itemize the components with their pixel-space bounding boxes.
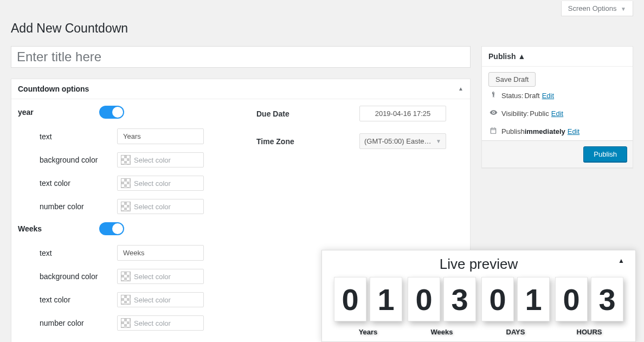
- year-text-input[interactable]: [117, 128, 204, 144]
- year-text-color-picker[interactable]: Select color: [117, 176, 204, 191]
- placeholder-text: Select color: [134, 273, 171, 281]
- checker-icon: [121, 202, 131, 211]
- collapse-preview-button[interactable]: ▲: [618, 257, 624, 264]
- due-date-input[interactable]: [359, 106, 446, 121]
- placeholder-text: Select color: [134, 179, 171, 188]
- digit-card: 1: [517, 277, 550, 321]
- eye-icon: [488, 108, 498, 118]
- weeks-toggle-label: Weeks: [18, 224, 99, 233]
- edit-schedule-link[interactable]: Edit: [568, 127, 579, 135]
- chevron-down-icon: ▼: [621, 6, 626, 12]
- edit-status-link[interactable]: Edit: [542, 92, 554, 100]
- save-draft-button[interactable]: Save Draft: [488, 72, 536, 87]
- digit-card: 0: [408, 277, 440, 321]
- visibility-prefix: Visibility:: [501, 109, 529, 118]
- timezone-select[interactable]: (GMT-05:00) Eastern ... ▼: [359, 133, 446, 149]
- placeholder-text: Select color: [134, 156, 171, 164]
- panel-title-text: Countdown options: [18, 85, 89, 93]
- weeks-bg-label: background color: [40, 272, 117, 281]
- checker-icon: [121, 178, 131, 188]
- chevron-down-icon: ▼: [436, 138, 441, 144]
- status-prefix: Status:: [501, 92, 523, 100]
- timezone-value: (GMT-05:00) Eastern ...: [364, 137, 433, 145]
- chevron-up-icon: ▲: [458, 86, 463, 92]
- key-icon: [488, 91, 498, 100]
- digit-card: 0: [481, 277, 514, 321]
- group-label: DAYS: [506, 328, 525, 336]
- checker-icon: [121, 155, 131, 165]
- weeks-text-color-picker[interactable]: Select color: [117, 292, 204, 307]
- group-label: Weeks: [431, 328, 453, 336]
- year-nc-label: number color: [40, 202, 117, 211]
- schedule-prefix: Publish: [501, 127, 525, 135]
- year-toggle-label: year: [18, 108, 99, 117]
- weeks-text-input[interactable]: [117, 245, 204, 261]
- checker-icon: [121, 272, 131, 281]
- timezone-label: Time Zone: [256, 137, 359, 146]
- edit-visibility-link[interactable]: Edit: [551, 109, 563, 118]
- placeholder-text: Select color: [134, 203, 171, 211]
- screen-options-label: Screen Options: [568, 4, 617, 12]
- visibility-value: Public: [530, 109, 549, 118]
- schedule-value: immediately: [525, 127, 565, 135]
- chevron-up-icon: ▲: [518, 52, 525, 61]
- digit-card: 1: [370, 277, 402, 321]
- publish-button[interactable]: Publish: [583, 146, 627, 162]
- group-label: HOURS: [577, 328, 602, 336]
- due-date-label: Due Date: [256, 109, 359, 118]
- year-tc-label: text color: [40, 179, 117, 188]
- year-bg-color-picker[interactable]: Select color: [117, 152, 204, 167]
- live-preview-title: Live preview: [440, 256, 518, 272]
- panel-header[interactable]: Countdown options ▲: [11, 79, 470, 99]
- publish-panel-title: Publish: [488, 52, 516, 61]
- publish-panel-header[interactable]: Publish ▲: [482, 47, 633, 67]
- publish-panel: Publish ▲ Save Draft Status: Draft Edit: [481, 46, 633, 168]
- digit-card: 3: [591, 277, 623, 321]
- digit-card: 0: [334, 277, 366, 321]
- calendar-icon: [488, 127, 498, 136]
- year-number-color-picker[interactable]: Select color: [117, 199, 204, 214]
- live-preview-panel: Live preview ▲ 0 1 Years 0 3 Weeks 0 1 D…: [321, 250, 636, 342]
- digit-card: 0: [555, 277, 588, 321]
- screen-options-tab[interactable]: Screen Options ▼: [561, 1, 633, 16]
- placeholder-text: Select color: [134, 319, 171, 327]
- weeks-text-label: text: [40, 249, 117, 257]
- weeks-tc-label: text color: [40, 295, 117, 304]
- page-title: Add New Countdown: [11, 16, 633, 38]
- year-toggle[interactable]: [99, 106, 124, 119]
- group-label: Years: [359, 328, 378, 336]
- weeks-nc-label: number color: [40, 319, 117, 327]
- checker-icon: [121, 295, 131, 305]
- status-value: Draft: [524, 92, 539, 100]
- weeks-toggle[interactable]: [99, 222, 124, 235]
- title-input[interactable]: [11, 46, 471, 68]
- year-bg-label: background color: [40, 156, 117, 164]
- year-text-label: text: [40, 132, 117, 141]
- weeks-number-color-picker[interactable]: Select color: [117, 315, 204, 331]
- weeks-bg-color-picker[interactable]: Select color: [117, 269, 204, 284]
- digit-card: 3: [443, 277, 476, 321]
- checker-icon: [121, 318, 131, 328]
- placeholder-text: Select color: [134, 296, 171, 304]
